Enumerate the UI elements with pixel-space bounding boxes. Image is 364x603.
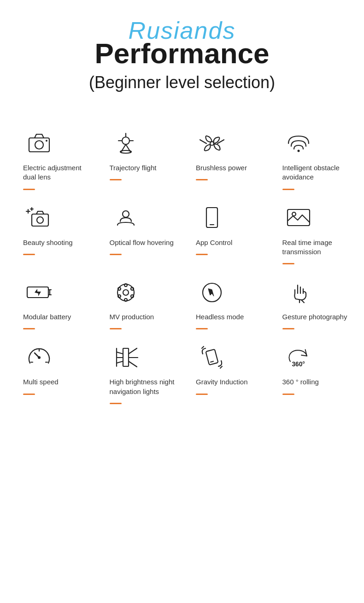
feature-cell-app-control: App Control <box>182 195 269 269</box>
optical-flow-hovering-icon <box>110 204 142 232</box>
svg-point-25 <box>123 290 129 295</box>
electric-adjustment-dual-lens-label: Electric adjustment dual lens <box>23 163 89 182</box>
svg-point-26 <box>124 284 127 287</box>
modular-battery-label: Modular battery <box>23 312 71 322</box>
beauty-shooting-dash <box>23 254 35 255</box>
beauty-shooting-label: Beauty shooting <box>23 238 73 247</box>
svg-point-34 <box>38 356 41 359</box>
svg-point-10 <box>37 217 43 223</box>
svg-point-19 <box>292 212 296 216</box>
high-brightness-night-navigation-lights-label: High brightness night navigation lights <box>110 377 176 396</box>
mv-production-icon <box>110 278 142 306</box>
feature-cell-intelligent-obstacle-avoidance: Intelligent obstacle avoidance <box>269 120 355 195</box>
high-brightness-night-navigation-lights-icon <box>110 343 142 371</box>
feature-cell-gesture-photography: Gesture photography <box>269 269 355 334</box>
mv-production-dash <box>110 328 122 329</box>
gravity-induction-icon <box>196 343 228 371</box>
header-section: Rusiands Performance (Beginner level sel… <box>9 18 355 92</box>
optical-flow-hovering-label: Optical flow hovering <box>110 238 174 247</box>
electric-adjustment-dual-lens-icon <box>23 129 55 157</box>
header-title: Performance <box>9 38 355 69</box>
feature-cell-gravity-induction: Gravity Induction <box>182 334 269 409</box>
intelligent-obstacle-avoidance-icon <box>282 129 315 157</box>
svg-line-40 <box>211 361 213 362</box>
feature-cell-multi-speed: Multi speed <box>9 334 96 409</box>
multi-speed-icon <box>23 343 55 371</box>
intelligent-obstacle-avoidance-label: Intelligent obstacle avoidance <box>282 163 348 182</box>
optical-flow-hovering-dash <box>110 254 122 255</box>
svg-point-30 <box>118 295 121 298</box>
beauty-shooting-icon <box>23 204 55 232</box>
gesture-photography-icon <box>282 278 315 306</box>
feature-cell-high-brightness-night-navigation-lights: High brightness night navigation lights <box>96 334 182 409</box>
svg-text:360°: 360° <box>292 361 305 368</box>
brushless-power-icon <box>196 129 228 157</box>
svg-point-8 <box>297 149 299 152</box>
gravity-induction-label: Gravity Induction <box>196 377 248 387</box>
feature-cell-beauty-shooting: Beauty shooting <box>9 195 96 269</box>
feature-cell-real-time-image-transmission: Real time image transmission <box>269 195 355 269</box>
svg-point-4 <box>120 150 131 153</box>
feature-cell-trajectory-flight: Trajectory flight <box>96 120 182 195</box>
360-rolling-label: 360 ° rolling <box>282 377 319 387</box>
360-rolling-icon: 360° <box>282 343 315 371</box>
svg-point-2 <box>46 140 47 142</box>
multi-speed-label: Multi speed <box>23 377 59 387</box>
trajectory-flight-label: Trajectory flight <box>110 163 157 173</box>
gravity-induction-dash <box>196 394 208 395</box>
header-subtitle: (Beginner level selection) <box>9 73 355 92</box>
real-time-image-transmission-icon <box>282 204 315 232</box>
headless-mode-label: Headless mode <box>196 312 244 322</box>
features-grid: Electric adjustment dual lens Trajectory… <box>9 120 355 409</box>
feature-cell-electric-adjustment-dual-lens: Electric adjustment dual lens <box>9 120 96 195</box>
app-control-label: App Control <box>196 238 232 247</box>
svg-rect-38 <box>123 348 129 366</box>
mv-production-label: MV production <box>110 312 154 322</box>
feature-cell-headless-mode: Headless mode <box>182 269 269 334</box>
feature-cell-360-rolling: 360° 360 ° rolling <box>269 334 355 409</box>
trajectory-flight-dash <box>110 179 122 180</box>
modular-battery-icon <box>23 278 55 306</box>
gesture-photography-label: Gesture photography <box>282 312 347 322</box>
electric-adjustment-dual-lens-dash <box>23 189 35 190</box>
modular-battery-dash <box>23 328 35 329</box>
360-rolling-dash <box>282 394 294 395</box>
gesture-photography-dash <box>282 328 294 329</box>
feature-cell-brushless-power: Brushless power <box>182 120 269 195</box>
app-control-dash <box>196 254 208 255</box>
svg-point-31 <box>131 295 134 298</box>
trajectory-flight-icon <box>110 129 142 157</box>
svg-point-15 <box>123 211 129 217</box>
brushless-power-label: Brushless power <box>196 163 247 173</box>
intelligent-obstacle-avoidance-dash <box>282 189 294 190</box>
svg-point-1 <box>35 141 43 149</box>
headless-mode-dash <box>196 328 208 329</box>
headless-mode-icon <box>196 278 228 306</box>
svg-point-28 <box>118 287 121 290</box>
svg-line-41 <box>202 346 204 348</box>
page-container: Rusiands Performance (Beginner level sel… <box>0 0 364 427</box>
svg-point-27 <box>124 299 127 301</box>
real-time-image-transmission-label: Real time image transmission <box>282 238 348 257</box>
svg-line-6 <box>200 140 206 143</box>
real-time-image-transmission-dash <box>282 263 294 264</box>
app-control-icon <box>196 204 228 232</box>
feature-cell-modular-battery: Modular battery <box>9 269 96 334</box>
svg-rect-39 <box>205 349 218 365</box>
feature-cell-mv-production: MV production <box>96 269 182 334</box>
feature-cell-optical-flow-hovering: Optical flow hovering <box>96 195 182 269</box>
multi-speed-dash <box>23 394 35 395</box>
svg-rect-9 <box>32 214 48 226</box>
svg-point-3 <box>122 137 129 144</box>
high-brightness-night-navigation-lights-dash <box>110 403 122 404</box>
brushless-power-dash <box>196 179 208 180</box>
svg-line-42 <box>220 366 222 368</box>
svg-point-29 <box>131 287 134 290</box>
